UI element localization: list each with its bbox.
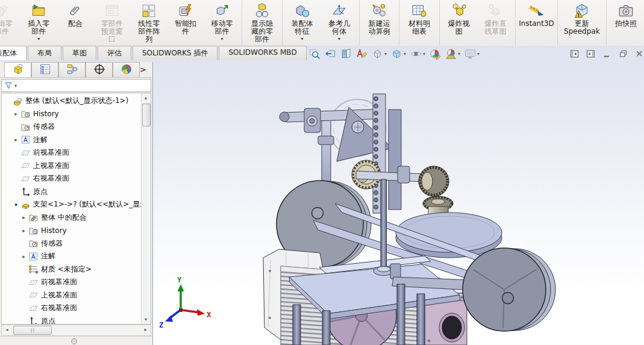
tree-row-label: History bbox=[33, 110, 59, 118]
move-component-icon bbox=[214, 3, 230, 19]
origin-icon bbox=[20, 187, 31, 196]
document-tab[interactable]: 装配体 bbox=[0, 46, 27, 60]
panel-tab[interactable] bbox=[58, 62, 86, 77]
tree-row[interactable]: ▸ History bbox=[2, 108, 141, 121]
expand-arrow[interactable]: ▾ bbox=[12, 202, 20, 208]
view-tool-button[interactable]: ▾ bbox=[340, 48, 352, 60]
expand-arrow[interactable]: ▸ bbox=[20, 253, 28, 260]
tree-vertical-scrollbar[interactable]: ▴ ▾ bbox=[141, 93, 151, 324]
window-control-button[interactable] bbox=[618, 49, 628, 58]
panel-footer bbox=[0, 336, 152, 345]
tree-row[interactable]: ▸ 注解 bbox=[2, 134, 141, 147]
tree-row[interactable]: ▸ History bbox=[2, 224, 141, 237]
tree-row[interactable]: 原点 bbox=[2, 315, 141, 325]
tree-row[interactable]: 上视基准面 bbox=[2, 289, 141, 302]
view-tool-button[interactable]: ▾ bbox=[356, 48, 367, 60]
viewport-3d-model[interactable]: Y X Z bbox=[152, 59, 644, 345]
view-tool-button[interactable]: ▾ bbox=[391, 48, 406, 60]
tree-horizontal-scrollbar[interactable]: ◂ ▸ bbox=[1, 325, 151, 336]
horizontal-scroll-thumb[interactable] bbox=[13, 326, 52, 335]
panel-tab[interactable] bbox=[31, 62, 58, 77]
dropdown-caret-icon[interactable]: ▾ bbox=[221, 37, 224, 42]
scroll-left-arrow[interactable]: ◂ bbox=[2, 325, 11, 334]
view-tool-button[interactable]: ▾ bbox=[445, 48, 460, 60]
document-tab[interactable]: 草图 bbox=[63, 46, 96, 60]
tree-row[interactable]: 传感器 bbox=[2, 237, 141, 250]
toolbar-button[interactable]: 零部件预览窗口 ▾ bbox=[93, 0, 130, 46]
toolbar-button[interactable]: 爆炸直线草图 ▾ bbox=[477, 0, 514, 46]
window-control-button[interactable] bbox=[586, 49, 596, 58]
panel-expand-chevron-icon[interactable]: > bbox=[140, 65, 146, 74]
tree-row-label: 原点 bbox=[41, 316, 55, 324]
tree-row[interactable]: 右视基准面 bbox=[2, 172, 141, 185]
plane-icon bbox=[28, 303, 39, 313]
tree-row[interactable]: 右视基准面 bbox=[2, 302, 141, 315]
document-tab[interactable]: 布局 bbox=[28, 46, 61, 60]
tree-filter-input[interactable]: ▾ bbox=[1, 79, 151, 92]
tree-row[interactable]: ▸ 注解 bbox=[2, 250, 141, 263]
view-tool-button[interactable]: ▾ bbox=[410, 48, 425, 60]
document-tab[interactable]: SOLIDWORKS 插件 bbox=[133, 46, 217, 60]
view-tool-button[interactable]: ▾ bbox=[372, 48, 387, 60]
dropdown-caret-icon[interactable]: ▾ bbox=[423, 51, 425, 57]
tree-row[interactable]: 前视基准面 bbox=[2, 276, 141, 289]
filter-caret-icon[interactable]: ▾ bbox=[14, 83, 17, 89]
toolbar-button[interactable]: 线性零部件阵列 ▾ bbox=[130, 0, 167, 46]
tree-row-label: 右视基准面 bbox=[33, 173, 69, 184]
dropdown-caret-icon[interactable]: ▾ bbox=[458, 51, 460, 57]
window-control-button[interactable] bbox=[634, 49, 644, 58]
toolbar-button[interactable]: 移动零部件 ▾ bbox=[204, 0, 240, 46]
vertical-scroll-thumb[interactable] bbox=[142, 104, 151, 126]
panel-tab[interactable] bbox=[113, 62, 140, 77]
panel-resize-grip[interactable] bbox=[71, 338, 77, 344]
view-tool-button[interactable]: ▾ bbox=[325, 48, 336, 60]
toolbar-button[interactable]: 显示隐藏的零部件 ▾ bbox=[242, 0, 280, 46]
toolbar-button[interactable]: 拍快照 ▾ bbox=[606, 0, 644, 46]
tree-row[interactable]: ▸ 整体 中的配合 bbox=[2, 211, 141, 225]
feature-tree-rows: 整体 (默认<默认_显示状态-1>) ▸ History 传感器 ▸ bbox=[2, 93, 141, 324]
tree-row[interactable]: 整体 (默认<默认_显示状态-1>) bbox=[2, 95, 141, 108]
dropdown-caret-icon[interactable]: ▾ bbox=[301, 37, 304, 42]
tree-row-label: 材质 <未指定> bbox=[41, 264, 92, 275]
expand-arrow[interactable]: ▸ bbox=[12, 137, 20, 143]
view-tool-button[interactable]: ▾ bbox=[430, 48, 441, 60]
toolbar-button[interactable]: 材料明细表 ▾ bbox=[399, 0, 437, 46]
toolbar-button[interactable]: 更新 Speedpak ▾ bbox=[557, 0, 605, 46]
toolbar-button[interactable]: 装配体特征 ▾ bbox=[282, 0, 320, 46]
tree-row[interactable]: 前视基准面 bbox=[2, 146, 141, 160]
scroll-up-arrow[interactable]: ▴ bbox=[142, 93, 150, 102]
expand-arrow[interactable]: ▸ bbox=[20, 228, 28, 234]
dropdown-caret-icon[interactable]: ▾ bbox=[404, 51, 406, 57]
dropdown-caret-icon[interactable]: ▾ bbox=[37, 37, 40, 42]
dropdown-caret-icon[interactable]: ▾ bbox=[384, 51, 387, 57]
document-tab[interactable]: 评估 bbox=[98, 46, 131, 60]
expand-arrow[interactable]: ▸ bbox=[12, 111, 20, 117]
view-tool-button[interactable]: ▾ bbox=[309, 48, 320, 60]
tree-row[interactable]: 上视基准面 bbox=[2, 160, 141, 173]
tree-row[interactable]: 原点 bbox=[2, 185, 141, 199]
dropdown-caret-icon[interactable]: ▾ bbox=[338, 37, 340, 42]
tree-row[interactable]: ▾ 支架<1>->? (默认<<默认>_显示 bbox=[2, 198, 141, 211]
toolbar-button[interactable]: Instant3D ▾ bbox=[515, 0, 556, 46]
toolbar-button[interactable]: 爆炸视图 ▾ bbox=[439, 0, 477, 46]
expand-arrow[interactable]: ▸ bbox=[20, 214, 28, 220]
toolbar-button[interactable]: 插入零部件 ▾ bbox=[20, 0, 57, 46]
panel-tab[interactable] bbox=[86, 62, 113, 77]
tree-row[interactable]: 材质 <未指定> bbox=[2, 263, 141, 276]
toolbar-button[interactable]: 参考几何体 ▾ bbox=[320, 0, 357, 46]
window-control-button[interactable] bbox=[602, 49, 612, 58]
window-control-button[interactable] bbox=[569, 49, 580, 58]
toolbar-button[interactable]: 编辑零部件 ▾ bbox=[0, 0, 20, 46]
panel-tab[interactable] bbox=[4, 62, 31, 77]
dropdown-caret-icon[interactable]: ▾ bbox=[477, 51, 480, 57]
scroll-down-arrow[interactable]: ▾ bbox=[142, 315, 150, 324]
toolbar-button[interactable]: 配合 ▾ bbox=[57, 0, 93, 46]
scroll-right-arrow[interactable]: ▸ bbox=[141, 325, 150, 334]
document-tab[interactable]: SOLIDWORKS MBD bbox=[219, 46, 306, 60]
document-tab-label: 布局 bbox=[37, 49, 52, 57]
view-tool-button[interactable]: ▾ bbox=[464, 48, 480, 60]
tree-row[interactable]: 传感器 bbox=[2, 120, 141, 134]
motion-study-icon bbox=[371, 3, 387, 19]
toolbar-button[interactable]: 智能扣件 ▾ bbox=[167, 0, 204, 46]
toolbar-button[interactable]: 新建运动算例 ▾ bbox=[359, 0, 398, 46]
